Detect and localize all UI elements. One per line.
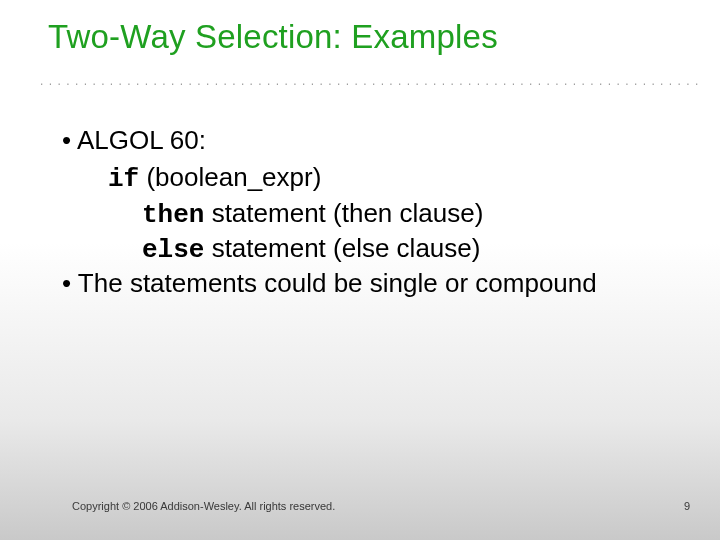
keyword-then: then (142, 200, 204, 230)
code-line-else: else statement (else clause) (142, 232, 660, 267)
keyword-if: if (108, 164, 139, 194)
copyright-text: Copyright © 2006 Addison-Wesley. All rig… (72, 500, 335, 512)
code-then-rest: statement (then clause) (204, 198, 483, 228)
page-number: 9 (684, 500, 690, 512)
slide: Two-Way Selection: Examples ............… (0, 0, 720, 540)
code-line-then: then statement (then clause) (142, 197, 660, 232)
divider-dots: ........................................… (40, 74, 702, 86)
bullet-1: ALGOL 60: (62, 124, 660, 157)
bullet-2: The statements could be single or compou… (62, 267, 660, 300)
slide-body: ALGOL 60: if (boolean_expr) then stateme… (62, 124, 660, 304)
code-line-if: if (boolean_expr) (108, 161, 660, 196)
keyword-else: else (142, 235, 204, 265)
code-else-rest: statement (else clause) (204, 233, 480, 263)
code-if-rest: (boolean_expr) (139, 162, 321, 192)
slide-title: Two-Way Selection: Examples (48, 18, 498, 56)
